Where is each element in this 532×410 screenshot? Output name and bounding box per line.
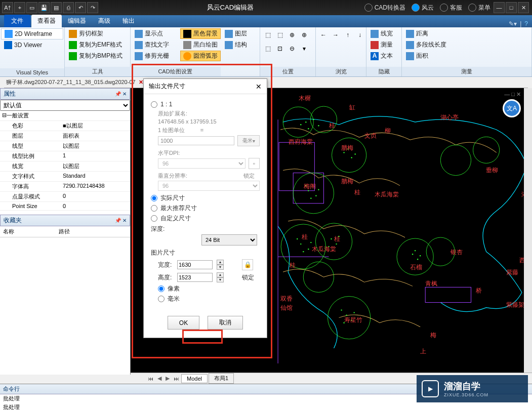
pos-icon-7[interactable]: ⊖ <box>287 43 298 54</box>
mm-radio[interactable]: 毫米 <box>158 295 260 303</box>
pos-icon-3[interactable]: ⊕ <box>287 29 298 40</box>
open-icon[interactable]: ▭ <box>26 2 37 13</box>
vertical-scrollbar[interactable] <box>524 88 532 373</box>
menu-button[interactable]: 菜单 <box>468 4 490 12</box>
cancel-button[interactable]: 取消 <box>208 316 243 330</box>
3d-viewer-button[interactable]: 3D Viewer <box>1 40 63 50</box>
vdpi-select[interactable]: 96 <box>158 181 260 191</box>
width-input[interactable] <box>177 260 213 269</box>
layout-tab[interactable]: 布局1 <box>209 373 234 384</box>
fengyun-button[interactable]: 风云 <box>412 4 434 12</box>
tab-last-icon[interactable]: ⏭ <box>172 376 181 382</box>
clip-frame-button[interactable]: 剪切框架 <box>66 28 126 39</box>
support-button[interactable]: 客服 <box>440 4 462 12</box>
height-spinner[interactable]: ▲▼ <box>217 272 224 282</box>
max-recommend-radio[interactable]: 最大推荐尺寸 <box>151 204 260 213</box>
undo-icon[interactable]: ↶ <box>75 2 86 13</box>
nav-right-icon[interactable]: → <box>330 29 341 40</box>
depth-label: 深度: <box>151 225 260 233</box>
new-icon[interactable]: + <box>14 2 25 13</box>
file-tab[interactable]: 文件 <box>4 15 30 27</box>
print-icon[interactable]: ⎙ <box>63 2 74 13</box>
pos-icon-1[interactable]: ⬚ <box>262 29 273 40</box>
save-icon[interactable]: 💾 <box>38 2 50 13</box>
lock-dims-icon[interactable]: 🔒 <box>242 259 253 270</box>
depth-select[interactable]: 24 Bit <box>201 234 257 245</box>
unit-input[interactable] <box>158 136 234 145</box>
model-tab[interactable]: Model <box>181 374 208 383</box>
tab-viewer[interactable]: 查看器 <box>31 15 62 27</box>
map-label: 缸 <box>349 103 355 112</box>
copy-emf-button[interactable]: 复制为EMF格式 <box>66 39 126 50</box>
actual-size-radio[interactable]: 实际尺寸 <box>151 194 260 202</box>
nav-left-icon[interactable]: ← <box>318 29 329 40</box>
linewidth-button[interactable]: 线宽 <box>367 28 396 39</box>
close-button[interactable]: ✕ <box>518 2 529 13</box>
saveas-icon[interactable]: ▤ <box>51 2 62 13</box>
canvas-winbtns[interactable]: — □ ✕ <box>504 91 521 98</box>
hdpi-select[interactable]: 96 <box>158 158 245 169</box>
prop-group[interactable]: ⊟ 一般设置 <box>0 111 130 121</box>
2d-wireframe-button[interactable]: 2D Wireframe <box>1 28 63 39</box>
unit-mm[interactable]: 毫米 ▾ <box>237 135 260 146</box>
maximize-button[interactable]: □ <box>506 2 517 13</box>
structure-button[interactable]: 结构 <box>222 39 250 50</box>
trim-raster-button[interactable]: 修剪光栅 <box>132 51 172 61</box>
properties-combo[interactable]: 默认值 <box>0 100 130 111</box>
tab-advanced[interactable]: 高级 <box>92 15 116 27</box>
lock-icon[interactable]: ▫ <box>249 158 260 169</box>
nav-up-icon[interactable]: ↑ <box>342 29 353 40</box>
pin-icon[interactable]: 📌 ✕ <box>115 91 127 97</box>
nav-down-icon[interactable]: ↓ <box>354 29 365 40</box>
tab-prev-icon[interactable]: ◀ <box>155 375 163 382</box>
redo-icon[interactable]: ↷ <box>87 2 98 13</box>
copy-bmp-button[interactable]: 复制为BMP格式 <box>66 51 126 61</box>
pos-icon-6[interactable]: ⊡ <box>274 43 285 54</box>
tab-next-icon[interactable]: ▶ <box>163 375 172 382</box>
distance-button[interactable]: 距离 <box>403 28 449 39</box>
show-points-button[interactable]: 显示点 <box>132 28 172 39</box>
smooth-arc-button[interactable]: 圆滑弧形 <box>180 51 221 61</box>
pos-icon-2[interactable]: ⬚ <box>274 29 285 40</box>
area-button[interactable]: 面积 <box>403 51 449 61</box>
pos-icon-5[interactable]: ⬚ <box>262 43 273 54</box>
help-icon[interactable]: ? <box>524 20 528 27</box>
svg-point-35 <box>297 238 298 239</box>
svg-point-19 <box>305 121 306 122</box>
find-text-button[interactable]: 查找文字 <box>132 39 172 50</box>
pin-icon[interactable]: 📌 ✕ <box>115 218 127 223</box>
custom-size-radio[interactable]: 自定义尺寸 <box>151 214 260 223</box>
cad-converter-button[interactable]: CAD转换器 <box>364 4 405 12</box>
pencil-icon[interactable]: ✎▾ <box>509 20 517 27</box>
pos-icon-8[interactable]: ▾ <box>299 43 310 54</box>
map-label: 梅 <box>430 331 436 340</box>
tab-first-icon[interactable]: ⏮ <box>146 376 155 382</box>
ratio-1-1-radio[interactable]: 1 : 1 <box>151 101 260 108</box>
group-hide: 隐藏 <box>366 67 401 76</box>
prop-row: 点显示模式0 <box>0 192 130 202</box>
pixel-radio[interactable]: 像素 <box>158 284 260 293</box>
black-bg-button[interactable]: 黑色背景 <box>180 28 221 39</box>
translate-avatar[interactable]: 文A <box>503 99 521 117</box>
ok-button[interactable]: OK <box>168 316 199 330</box>
properties-header: 属性📌 ✕ <box>0 88 130 100</box>
prop-row: 字体高7290.702148438 <box>0 182 130 192</box>
play-icon: ▶ <box>422 380 439 397</box>
layer-button[interactable]: 图层 <box>222 28 250 39</box>
map-label: 上 <box>420 347 426 356</box>
height-input[interactable] <box>177 273 213 282</box>
pos-icon-4[interactable]: ⊕ <box>299 29 310 40</box>
text-button[interactable]: A文本 <box>367 51 396 61</box>
map-label: 腊梅 <box>341 144 353 152</box>
close-tab-icon[interactable]: ✕ <box>139 79 143 86</box>
dialog-close-icon[interactable]: ✕ <box>256 83 262 91</box>
bw-draw-button[interactable]: 黑白绘图 <box>180 39 221 50</box>
app-icon[interactable]: A† <box>2 2 13 13</box>
polyline-length-button[interactable]: 多段线长度 <box>403 39 449 50</box>
minimize-button[interactable]: — <box>494 2 505 13</box>
width-spinner[interactable]: ▲▼ <box>217 260 224 270</box>
tab-output[interactable]: 输出 <box>116 15 141 27</box>
tab-editor[interactable]: 编辑器 <box>62 15 92 27</box>
measure-button[interactable]: 测量 <box>367 39 396 50</box>
dialog-header[interactable]: 输出文件尺寸 ✕ <box>144 79 267 94</box>
